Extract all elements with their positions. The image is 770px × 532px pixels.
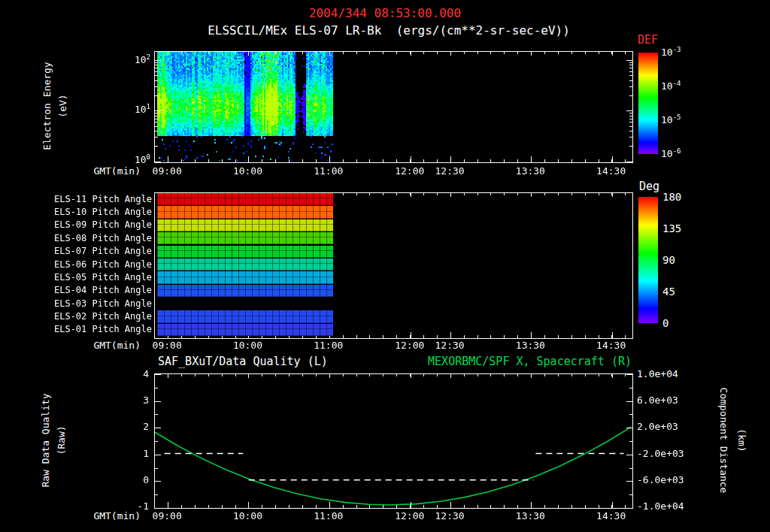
y-tick xyxy=(155,131,158,131)
x-tick xyxy=(544,159,545,162)
time-tick-row-2: 09:0010:0011:0012:0012:3013:3014:30 xyxy=(154,340,632,352)
pitch-row-label: ELS-03 Pitch Angle xyxy=(42,298,152,309)
x-tick xyxy=(544,193,545,195)
pitch-row-data xyxy=(157,324,333,336)
x-tick xyxy=(517,505,518,508)
x-tick-label: 09:00 xyxy=(153,510,182,521)
x-tick xyxy=(356,52,357,54)
y-tick xyxy=(626,374,632,375)
x-tick-label: 11:00 xyxy=(314,340,343,351)
x-tick xyxy=(356,193,357,195)
x-tick xyxy=(490,335,491,338)
line-chart-canvas xyxy=(155,374,631,506)
spectrogram-ylabel-units: (eV) xyxy=(57,94,68,117)
x-tick xyxy=(477,159,478,162)
y-tick xyxy=(629,131,632,131)
x-tick xyxy=(531,335,532,338)
time-tick-row-3: 09:0010:0011:0012:0012:3013:3014:30 xyxy=(154,510,632,522)
x-tick xyxy=(571,52,572,54)
x-tick-label: 13:30 xyxy=(516,510,545,521)
x-tick-label: 13:30 xyxy=(516,165,545,177)
x-tick-label: 12:30 xyxy=(435,510,464,521)
y-tick xyxy=(626,401,632,402)
x-tick xyxy=(343,159,344,162)
x-tick xyxy=(423,335,424,338)
x-tick xyxy=(531,193,532,195)
x-tick xyxy=(356,505,357,508)
time-axis-label-2: GMT(min) xyxy=(64,340,141,351)
x-tick xyxy=(396,335,397,338)
y-tick xyxy=(155,374,161,375)
x-tick xyxy=(464,159,465,162)
quality-y-tick-label: 0 xyxy=(119,474,149,485)
quality-y-tick-label: 3 xyxy=(119,394,149,406)
pitch-row-data xyxy=(157,246,333,258)
plot-datetime-title: 2004/344 08:53:00.000 xyxy=(0,6,770,20)
x-tick xyxy=(517,193,518,195)
x-tick xyxy=(248,374,249,376)
def-colorbar-gradient xyxy=(638,53,658,154)
x-tick xyxy=(168,52,168,54)
y-tick xyxy=(155,508,161,509)
x-tick xyxy=(302,505,303,508)
y-tick xyxy=(155,455,161,455)
y-tick xyxy=(155,60,161,61)
time-axis-label-1: GMT(min) xyxy=(64,165,141,177)
y-tick xyxy=(626,481,632,482)
x-tick-label: 10:00 xyxy=(233,340,262,351)
distance-y-tick-label: 1.0e+04 xyxy=(637,368,678,379)
x-tick-label: 14:30 xyxy=(596,340,626,351)
pitch-row-data xyxy=(157,310,333,322)
y-tick xyxy=(155,441,158,442)
x-tick xyxy=(289,159,290,162)
x-tick xyxy=(410,505,411,508)
x-tick xyxy=(369,505,370,508)
pitch-row-label: ELS-01 Pitch Angle xyxy=(42,324,152,334)
pitch-row-label: ELS-02 Pitch Angle xyxy=(42,311,152,322)
x-tick xyxy=(289,505,290,508)
time-axis-label-3: GMT(min) xyxy=(64,510,141,521)
y-tick xyxy=(155,62,158,63)
pitch-row-label: ELS-04 Pitch Angle xyxy=(42,285,152,295)
x-tick xyxy=(343,52,344,54)
x-tick xyxy=(558,374,559,376)
x-tick xyxy=(544,505,545,508)
y-tick xyxy=(629,113,632,113)
pitch-row-data xyxy=(157,206,333,218)
x-tick xyxy=(383,505,383,508)
x-tick xyxy=(558,505,559,508)
x-tick xyxy=(168,374,168,376)
x-tick xyxy=(585,374,586,376)
x-tick xyxy=(396,193,397,195)
x-tick xyxy=(437,374,438,376)
y-tick xyxy=(626,60,632,61)
x-tick-label: 09:00 xyxy=(153,340,182,351)
distance-y-tick-label: -6.0e+03 xyxy=(637,474,684,485)
x-tick xyxy=(275,52,276,54)
x-tick xyxy=(369,52,370,54)
y-tick xyxy=(629,86,632,87)
x-tick-label: 12:00 xyxy=(395,340,424,351)
x-tick xyxy=(181,52,182,54)
x-tick xyxy=(558,335,559,338)
y-tick xyxy=(155,468,158,469)
x-tick xyxy=(262,374,262,376)
x-tick xyxy=(490,52,491,54)
x-tick xyxy=(517,374,518,376)
x-tick xyxy=(208,159,209,162)
y-tick xyxy=(155,110,161,111)
x-tick xyxy=(208,505,209,508)
x-tick xyxy=(490,374,491,376)
pitch-row-label: ELS-11 Pitch Angle xyxy=(42,194,152,204)
x-tick xyxy=(450,335,451,338)
x-tick xyxy=(531,52,532,54)
x-tick xyxy=(208,374,209,376)
deg-colorbar-gradient xyxy=(638,197,658,323)
x-tick xyxy=(477,193,478,195)
x-tick xyxy=(356,374,357,376)
y-tick xyxy=(629,68,632,68)
x-tick xyxy=(423,505,424,508)
x-tick xyxy=(181,505,182,508)
x-tick xyxy=(396,52,397,54)
distance-y-tick-label: 6.0e+03 xyxy=(637,394,678,406)
